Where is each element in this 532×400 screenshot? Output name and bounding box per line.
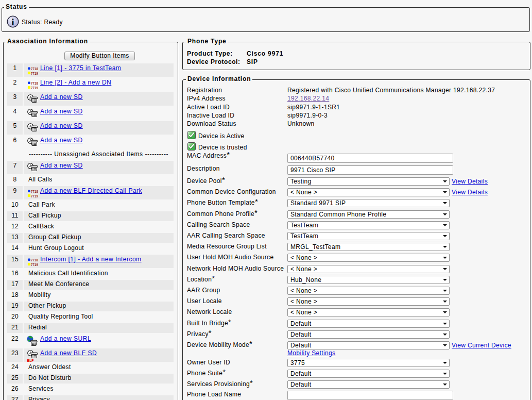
svg-text:i: i bbox=[11, 16, 14, 27]
svg-text:7719: 7719 bbox=[31, 262, 38, 266]
svg-text:7719: 7719 bbox=[31, 194, 38, 197]
svg-text:7719: 7719 bbox=[31, 71, 38, 75]
svg-text:7719: 7719 bbox=[31, 86, 38, 89]
svg-text:BLF: BLF bbox=[27, 359, 34, 362]
